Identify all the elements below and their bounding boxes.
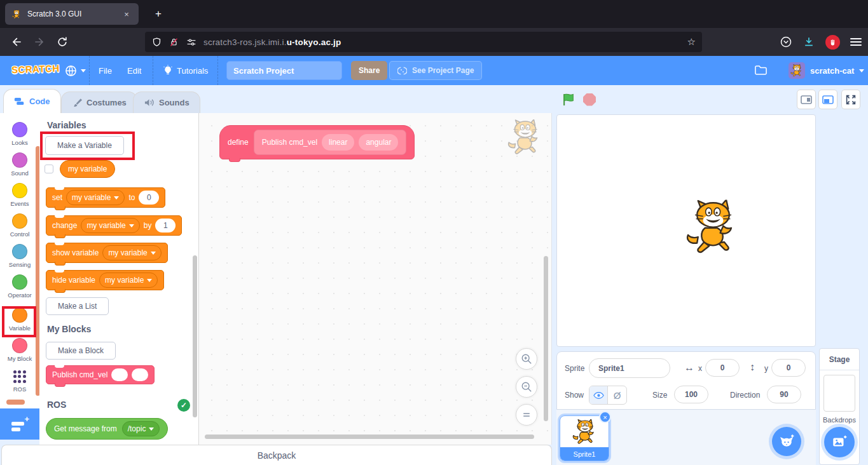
make-block-button[interactable]: Make a Block [46, 342, 116, 360]
category-sound[interactable]: Sound [0, 152, 39, 182]
code-scrollbar-horizontal[interactable] [205, 435, 534, 439]
variable-checkbox[interactable] [45, 165, 53, 173]
category-my-block[interactable]: My Block [0, 338, 39, 367]
add-sprite-cat-icon [778, 433, 795, 450]
stop-button[interactable] [583, 93, 596, 106]
variable-dropdown[interactable]: my variable [102, 245, 161, 260]
change-variable-block[interactable]: change my variable by 1 [46, 215, 182, 236]
fullscreen-button[interactable] [841, 90, 860, 109]
topic-dropdown[interactable]: /topic [122, 421, 160, 436]
argument-slot[interactable] [132, 368, 148, 381]
add-backdrop-button[interactable] [824, 427, 855, 457]
publish-cmd-vel-block[interactable]: Publish cmd_vel [46, 365, 155, 384]
category-variable[interactable]: Variable [0, 307, 39, 337]
category-control[interactable]: Control [0, 213, 39, 243]
make-list-button[interactable]: Make a List [46, 297, 109, 315]
my-stuff-folder-icon[interactable] [754, 64, 768, 76]
category-events[interactable]: Events [0, 183, 39, 212]
scratch-logo[interactable]: SCRATCH [11, 63, 60, 76]
size-input[interactable] [674, 386, 708, 403]
set-variable-block[interactable]: set my variable to 0 [46, 187, 165, 208]
language-selector[interactable] [65, 56, 86, 85]
get-message-block[interactable]: Get message from /topic [46, 418, 168, 440]
tab-close-button[interactable] [121, 8, 132, 20]
tracking-shield-icon[interactable] [151, 37, 162, 48]
reload-button[interactable] [56, 36, 69, 48]
tab-costumes[interactable]: Costumes [61, 91, 137, 113]
project-name-input[interactable] [226, 61, 342, 80]
code-canvas[interactable] [199, 113, 552, 445]
backpack-bar[interactable]: Backpack [1, 445, 552, 465]
category-scrollbar-horizontal[interactable] [6, 400, 25, 405]
insecure-lock-icon[interactable] [169, 37, 179, 48]
speaker-icon [144, 98, 155, 107]
tab-sounds[interactable]: Sounds [133, 91, 200, 113]
extension-hand-icon[interactable] [825, 35, 840, 50]
show-sprite-button[interactable] [589, 386, 608, 404]
green-flag-button[interactable] [562, 93, 575, 106]
param-angular[interactable]: angular [359, 134, 398, 151]
direction-label: Direction [730, 391, 760, 400]
variable-dropdown[interactable]: my variable [99, 273, 158, 288]
share-button[interactable]: Share [351, 61, 387, 80]
backdrop-thumbnail[interactable] [823, 375, 855, 412]
downloads-icon[interactable] [803, 36, 815, 48]
hide-sprite-button[interactable] [608, 386, 626, 404]
category-ros[interactable]: ROS [0, 370, 39, 399]
browser-tab[interactable]: Scratch 3.0 GUI [5, 3, 139, 25]
direction-input[interactable] [767, 386, 801, 403]
change-value-input[interactable]: 1 [155, 219, 176, 232]
toolbar-icons [780, 28, 862, 56]
delete-sprite-badge[interactable] [599, 411, 611, 423]
make-variable-button[interactable]: Make a Variable [45, 136, 124, 155]
category-operator[interactable]: Operator [0, 274, 39, 304]
screen: Scratch 3.0 GUI scratch3-ros.jsk. [0, 0, 868, 465]
param-linear[interactable]: linear [322, 134, 354, 151]
zoom-out-button[interactable] [516, 376, 537, 398]
x-input[interactable] [705, 359, 740, 377]
add-extension-button[interactable] [0, 408, 39, 440]
large-stage-button[interactable] [818, 90, 837, 109]
chevron-down-icon [149, 428, 154, 431]
bookmark-star-icon[interactable] [687, 36, 696, 48]
set-value-input[interactable]: 0 [139, 191, 159, 205]
my-variable-block[interactable]: my variable [60, 160, 115, 178]
menu-tutorials[interactable]: Tutorials [163, 56, 208, 85]
account-menu[interactable]: scratch-cat [789, 62, 864, 79]
code-scrollbar-vertical[interactable] [544, 256, 548, 421]
argument-slot[interactable] [111, 368, 128, 381]
sprite-name-input[interactable] [589, 358, 670, 378]
y-input[interactable] [771, 359, 806, 377]
hamburger-menu-icon[interactable] [850, 38, 862, 46]
hide-variable-block[interactable]: hide variable my variable [46, 270, 164, 290]
menu-file[interactable]: File [99, 56, 112, 85]
control-color-dot [12, 213, 27, 229]
palette-scrollbar[interactable] [193, 255, 197, 417]
permissions-icon[interactable] [186, 37, 197, 48]
chevron-down-icon [147, 279, 152, 282]
variable-dropdown[interactable]: my variable [66, 190, 125, 205]
see-project-page-button[interactable]: See Project Page [389, 61, 482, 80]
url-bar[interactable]: scratch3-ros.jsk.imi.i.u-tokyo.ac.jp [145, 32, 702, 52]
category-sensing[interactable]: Sensing [0, 244, 39, 273]
new-tab-button[interactable] [150, 6, 167, 22]
stage-title: Stage [820, 349, 859, 370]
stage-canvas[interactable] [556, 114, 816, 347]
menu-edit[interactable]: Edit [127, 56, 141, 85]
show-variable-block[interactable]: show variable my variable [46, 243, 168, 263]
tab-code[interactable]: Code [3, 89, 61, 113]
define-block[interactable]: define Publish cmd_vel linear angular [219, 125, 415, 159]
custom-block-prototype: Publish cmd_vel linear angular [254, 130, 407, 155]
pocket-icon[interactable] [780, 36, 792, 48]
browser-toolbar: scratch3-ros.jsk.imi.i.u-tokyo.ac.jp [0, 28, 868, 56]
zoom-reset-button[interactable] [516, 404, 537, 426]
operator-color-dot [12, 274, 27, 290]
back-button[interactable] [10, 36, 23, 48]
stage-sprite-cat[interactable] [683, 199, 743, 255]
variable-dropdown[interactable]: my variable [81, 218, 139, 233]
small-stage-button[interactable] [797, 90, 816, 109]
zoom-in-button[interactable] [516, 348, 537, 370]
category-looks[interactable]: Looks [0, 122, 39, 151]
forward-button[interactable] [33, 36, 46, 48]
add-sprite-button[interactable] [772, 427, 801, 456]
